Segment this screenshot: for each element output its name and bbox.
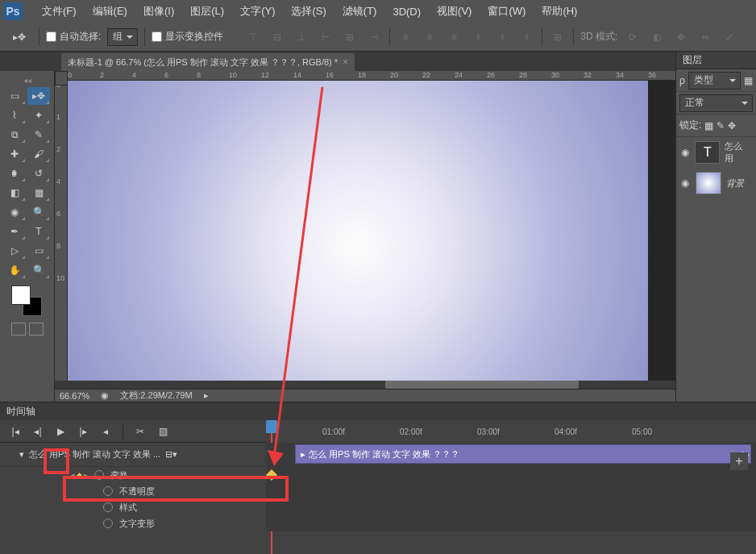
menu-type[interactable]: 文字(Y) [232, 4, 283, 19]
document-tab[interactable]: 未标题-1 @ 66.7% (怎么 用PS 制作 滚动 文字 效果 ？？？, R… [61, 53, 355, 71]
lock-transparent-icon[interactable]: ▦ [704, 120, 713, 131]
video-track-row[interactable]: ▾ 怎么 用PS 制作 滚动 文字 效果 ... ⊟▾ 怎么 用PS 制作 滚动… [0, 443, 756, 467]
document-tab-title: 未标题-1 @ 66.7% (怎么 用PS 制作 滚动 文字 效果 ？？？, R… [68, 56, 338, 69]
stopwatch-icon[interactable] [103, 519, 113, 528]
align-left-icon: ⊢ [317, 28, 334, 46]
gradient-tool[interactable]: ▦ [27, 184, 50, 202]
bg-layer-thumb [696, 172, 721, 194]
transition-icon[interactable]: ▨ [154, 423, 172, 439]
lock-label: 锁定: [679, 119, 701, 132]
menu-edit[interactable]: 编辑(E) [85, 4, 135, 19]
type-tool[interactable]: T [27, 223, 50, 240]
color-swatches[interactable] [11, 285, 42, 316]
menu-layer[interactable]: 图层(L) [182, 4, 232, 19]
auto-select-checkbox[interactable]: 自动选择: [46, 30, 101, 44]
menu-filter[interactable]: 滤镜(T) [334, 4, 385, 19]
history-brush-tool[interactable]: ↺ [27, 165, 50, 182]
distribute-6-icon: ⦀ [517, 28, 535, 46]
foreground-color[interactable] [11, 285, 31, 305]
stopwatch-icon[interactable] [103, 486, 113, 496]
pan-icon: ✥ [672, 28, 690, 46]
track-menu-icon[interactable]: ⊟▾ [165, 449, 177, 460]
menu-bar: Ps 文件(F) 编辑(E) 图像(I) 图层(L) 文字(Y) 选择(S) 滤… [0, 0, 756, 23]
move-tool[interactable]: ▸✥ [27, 87, 50, 105]
eraser-tool[interactable]: ◧ [3, 184, 26, 202]
menu-help[interactable]: 帮助(H) [534, 4, 585, 19]
blend-mode-select[interactable]: 正常 [679, 94, 753, 112]
shape-tool[interactable]: ▭ [27, 242, 50, 260]
filter-image-icon[interactable]: ▦ [744, 75, 753, 86]
stopwatch-icon[interactable] [94, 470, 104, 480]
playhead[interactable] [266, 420, 277, 433]
show-transform-checkbox[interactable]: 显示变换控件 [152, 30, 223, 44]
layer-name: 背景 [726, 177, 744, 190]
menu-3d[interactable]: 3D(D) [384, 6, 429, 18]
stopwatch-icon[interactable] [103, 502, 113, 512]
dodge-tool[interactable]: 🔍 [27, 203, 50, 221]
move-tool-indicator[interactable]: ▸✥ [6, 27, 32, 47]
toolbox: ◂◂ ▭ ▸✥ ⌇ ✦ ⧉ ✎ ✚ 🖌 ⧯ ↺ ◧ ▦ ◉ 🔍 ✒ [0, 71, 55, 402]
visibility-eye-icon[interactable]: ◉ [679, 177, 691, 189]
quickmask-mode-icon[interactable] [29, 323, 44, 335]
lasso-tool[interactable]: ⌇ [3, 106, 26, 124]
document-canvas[interactable] [68, 81, 648, 381]
mute-icon[interactable]: ◂ [97, 423, 114, 439]
layer-filter-type[interactable]: 类型 [688, 72, 741, 90]
mode-3d-label: 3D 模式: [580, 30, 617, 44]
next-frame-icon[interactable]: |▸ [74, 423, 92, 439]
options-bar: ▸✥ 自动选择: 组 显示变换控件 ⊤ ⊟ ⊥ ⊢ ⊞ ⊣ ≡ ≡ ≡ ⦀ ⦀ … [0, 23, 756, 52]
horizontal-ruler[interactable]: 024681012141618202224262830323436 [68, 71, 756, 81]
menu-view[interactable]: 视图(V) [429, 4, 480, 19]
layer-item-background[interactable]: ◉ 背景 [676, 168, 756, 198]
healing-tool[interactable]: ✚ [3, 145, 26, 163]
visibility-eye-icon[interactable]: ◉ [679, 147, 690, 158]
menu-window[interactable]: 窗口(W) [480, 4, 534, 19]
status-chevron-icon[interactable]: ▸ [204, 390, 209, 401]
magic-wand-tool[interactable]: ✦ [27, 106, 50, 124]
stamp-tool[interactable]: ⧯ [3, 165, 26, 182]
track-disclosure-icon[interactable]: ▾ [19, 449, 24, 460]
add-media-button[interactable]: + [730, 452, 748, 470]
lock-pixels-icon[interactable]: ✎ [717, 120, 725, 131]
time-ruler[interactable]: 01:00f02:00f03:00f04:00f05:00 [266, 420, 756, 443]
prev-frame-icon[interactable]: ◂| [29, 423, 47, 439]
zoom-tool[interactable]: 🔍 [27, 261, 50, 279]
hand-tool[interactable]: ✋ [3, 261, 26, 279]
menu-select[interactable]: 选择(S) [283, 4, 334, 19]
pen-tool[interactable]: ✒ [3, 223, 26, 240]
layers-panel-tab[interactable]: 图层 [676, 52, 756, 69]
horizontal-scrollbar[interactable] [55, 381, 756, 389]
status-icon[interactable]: ◉ [101, 390, 109, 401]
ruler-origin[interactable] [55, 71, 68, 85]
standard-mode-icon[interactable] [11, 323, 26, 335]
keyframe-nav[interactable]: ◂◆▸ [71, 471, 88, 479]
eyedropper-tool[interactable]: ✎ [27, 126, 50, 144]
split-clip-icon[interactable]: ✂ [131, 423, 149, 439]
prop-transform-row[interactable]: ◂◆▸ 变换 [0, 467, 756, 483]
timeline-panel-tab[interactable]: 时间轴 [0, 402, 756, 420]
prop-style-row[interactable]: 样式 [0, 499, 756, 515]
crop-tool[interactable]: ⧉ [3, 126, 26, 144]
auto-select-mode[interactable]: 组 [107, 28, 138, 46]
distribute-3-icon: ≡ [445, 28, 463, 46]
path-select-tool[interactable]: ▷ [3, 242, 26, 260]
lock-position-icon[interactable]: ✥ [728, 120, 736, 131]
menu-file[interactable]: 文件(F) [34, 4, 85, 19]
canvas-viewport[interactable] [68, 81, 756, 381]
layer-item-text[interactable]: ◉ T 怎么 用 [676, 137, 756, 168]
rect-marquee-tool[interactable]: ▭ [3, 87, 26, 105]
vertical-ruler[interactable]: 01246810 [55, 81, 68, 381]
toolbox-grip-icon[interactable]: ◂◂ [3, 74, 51, 85]
play-icon[interactable]: ▶ [52, 423, 69, 439]
prop-opacity-row[interactable]: 不透明度 [0, 483, 756, 499]
close-tab-icon[interactable]: × [343, 56, 348, 68]
zoom-level[interactable]: 66.67% [60, 391, 89, 401]
goto-first-frame-icon[interactable]: |◂ [6, 423, 24, 439]
menu-image[interactable]: 图像(I) [135, 4, 182, 19]
video-clip[interactable]: 怎么 用PS 制作 滚动 文字 效果 ？？？ ▷ [295, 444, 751, 464]
blur-tool[interactable]: ◉ [3, 203, 26, 221]
keyframe-diamond-icon[interactable] [266, 469, 277, 481]
prop-textwarp-row[interactable]: 文字变形 [0, 515, 756, 531]
document-info[interactable]: 文档:2.29M/2.79M [120, 389, 192, 402]
brush-tool[interactable]: 🖌 [27, 145, 50, 163]
